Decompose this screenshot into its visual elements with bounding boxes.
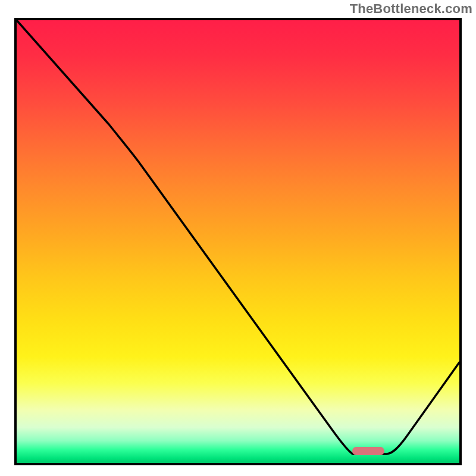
bottleneck-curve — [17, 20, 459, 463]
curve-path — [17, 20, 459, 454]
watermark-text: TheBottleneck.com — [350, 1, 472, 17]
optimal-marker — [352, 447, 384, 455]
chart-frame — [14, 18, 462, 465]
